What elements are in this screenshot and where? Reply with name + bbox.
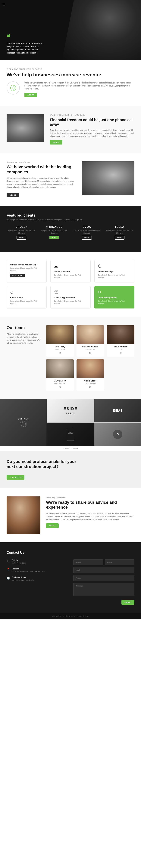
portfolio-item-2: ESIDEPARIS xyxy=(47,399,94,422)
contact-call-item: 📞 Call Us +0 (000) 000-0000 xyxy=(6,559,68,564)
online-research-text: Sample text. Click to select the Text El… xyxy=(54,274,87,279)
member-social-steve[interactable]: ⊕ xyxy=(107,351,135,354)
calls-icon: ☏ xyxy=(54,290,87,294)
hours-value: Mon - Fri ... 9am - 5pm EST... xyxy=(11,579,34,582)
professionals-contact-button[interactable]: CONTACT US xyxy=(6,475,24,479)
portfolio-circle-graphic: ✿ xyxy=(113,430,122,439)
member-name-mary: Mary Larson xyxy=(46,380,74,382)
phone-field[interactable] xyxy=(73,575,135,581)
online-research-icon: ☁ xyxy=(54,264,87,269)
member-photo-steve xyxy=(107,326,135,344)
ready-title: We're ready to share our advice and expe… xyxy=(46,500,135,510)
member-name-steve: Steve Hudson xyxy=(107,346,135,348)
contact-hours-item: 🕐 Business Hours Mon - Fri ... 9am - 5pm… xyxy=(6,576,68,582)
client-more-button-2[interactable]: MORE xyxy=(49,236,59,239)
portfolio-ideas-logo: IDEAS xyxy=(113,409,122,412)
logo-sample-crolla: Sample text. Click to select the Text El… xyxy=(6,229,37,234)
logo-name-binance: ◎ BINANCE xyxy=(39,225,69,228)
portfolio-logo-cubikeh: CUBIKEH xyxy=(14,414,32,431)
email-icon: ✉ xyxy=(98,290,131,294)
contact-form: SUBMIT xyxy=(73,559,135,604)
financial-about-button[interactable]: ABOUT xyxy=(50,140,63,145)
contact-flex: 📞 Call Us +0 (000) 000-0000 📍 Location 1… xyxy=(6,559,135,604)
member-social-nicole[interactable]: ⊕ xyxy=(76,385,104,389)
financial-text: Arborview, quo est utamur capitbas sem p… xyxy=(50,129,135,138)
member-photo-natasha xyxy=(76,326,104,344)
member-social-mary[interactable]: ⊕ xyxy=(46,385,74,389)
client-logo-crolla: CROLLA Sample text. Click to select the … xyxy=(6,225,37,240)
member-name-nicole: Nicole Stone xyxy=(76,380,104,382)
companies-left: See what we can do for you We have worke… xyxy=(6,161,76,197)
contact-hours-details: Business Hours Mon - Fri ... 9am - 5pm E… xyxy=(11,576,34,582)
svg-point-0 xyxy=(12,87,14,89)
service-card-call: Our call service world quality Sample te… xyxy=(6,260,47,282)
member-name-mike: Mike Perry xyxy=(46,346,74,348)
social-media-text: Sample text. Click to select the Text El… xyxy=(10,300,43,305)
client-more-button-4[interactable]: MORE xyxy=(115,236,124,240)
logo-name-tesla: TESLA xyxy=(104,225,135,228)
service-card-email: ✉ Email Management Sample text. Click to… xyxy=(94,286,135,309)
service-card-social-media: ⊙ Social Media Sample text. Click to sel… xyxy=(6,286,47,309)
team-left: Our team While we were the first home cl… xyxy=(6,326,41,391)
member-role-mary: Lead Designer xyxy=(46,382,74,384)
footer: Copyright 2021. Click to select the Text… xyxy=(0,613,141,619)
member-photo-mary xyxy=(46,360,74,378)
team-member-mike: Mike Perry Photographer ⊕ xyxy=(46,326,74,356)
professionals-section: Do you need professionals for your next … xyxy=(0,451,141,488)
portfolio-caption: Images from freepik xyxy=(0,446,141,451)
social-media-title: Social Media xyxy=(10,297,43,299)
portfolio-item-1: CUBIKEH xyxy=(0,399,47,446)
last-name-field[interactable] xyxy=(105,559,135,565)
ready-about-button[interactable]: ABOUT xyxy=(46,523,58,528)
ready-image xyxy=(6,496,41,534)
call-label: Call Us xyxy=(11,559,26,561)
member-social-mike[interactable]: ⊕ xyxy=(46,351,74,354)
portfolio-circle-icon: ✿ xyxy=(116,432,119,436)
team-member-natasha: Natasha Ivanova Programmer ⊕ xyxy=(76,326,104,356)
clients-title: Featured clients xyxy=(6,213,135,218)
team-member-steve: Steve Hudson CEO ⊕ xyxy=(107,326,135,356)
work-about-button[interactable]: ABOUT xyxy=(24,93,37,97)
svg-marker-1 xyxy=(20,421,27,427)
hamburger-menu[interactable]: ☰ xyxy=(2,2,5,6)
logo-sample-binance: Sample text. Click to select the Text El… xyxy=(39,229,69,234)
message-field[interactable] xyxy=(73,583,135,596)
svg-marker-2 xyxy=(21,422,26,427)
clients-logos: CROLLA Sample text. Click to select the … xyxy=(6,225,135,240)
member-role-natasha: Programmer xyxy=(76,348,104,350)
client-more-button-1[interactable]: MORE xyxy=(17,236,26,240)
portfolio-clock: 10:10 xyxy=(67,428,74,434)
first-name-field[interactable] xyxy=(73,559,103,565)
team-title: Our team xyxy=(6,326,41,330)
companies-image xyxy=(82,161,135,195)
contact-info: 📞 Call Us +0 (000) 000-0000 📍 Location 1… xyxy=(6,559,68,604)
submit-button[interactable]: SUBMIT xyxy=(121,600,135,604)
companies-label: See what we can do for you xyxy=(6,161,76,163)
financial-section: Work together for success Financial free… xyxy=(0,105,141,153)
email-field[interactable] xyxy=(73,567,135,573)
work-section: Work together for success We've help bus… xyxy=(0,60,141,105)
portfolio-cubikeh-top: CUBIKEH xyxy=(18,418,29,420)
member-social-natasha[interactable]: ⊕ xyxy=(76,351,104,354)
client-more-button-3[interactable]: MORE xyxy=(82,236,92,240)
logo-name-crolla: CROLLA xyxy=(6,225,37,228)
phone-icon: 📞 xyxy=(6,559,10,562)
service-call-title: Our call service world quality xyxy=(10,264,43,266)
read-more-button[interactable]: READ MORE xyxy=(10,274,25,277)
service-card-calls: ☏ Calls & Appointments Sample text. Clic… xyxy=(50,286,90,309)
calls-text: Sample text. Click to select the Text El… xyxy=(54,300,87,305)
logo-name-eva: EVƏA xyxy=(72,225,102,228)
member-role-steve: CEO xyxy=(107,348,135,350)
website-design-icon: ⬡ xyxy=(98,264,131,269)
portfolio-item-4: 10:10 xyxy=(47,423,94,446)
member-photo-nicole xyxy=(76,360,104,378)
companies-about-button[interactable]: ABOUT xyxy=(6,193,19,197)
companies-text: Arborview quo est utamur capitbas sem pr… xyxy=(6,177,76,189)
service-card-website-design: ⬡ Website Design Sample text. Click to s… xyxy=(94,260,135,282)
clients-subtitle: Paragraph. Lorem ipsum dolor sit amet, c… xyxy=(6,219,135,221)
client-logo-eva: EVƏA Sample text. Click to select the Te… xyxy=(72,225,102,240)
portfolio-section: CUBIKEH ESIDEPARIS IDEAS 10:10 ✿ xyxy=(0,399,141,446)
portfolio-eside-logo: ESIDEPARIS xyxy=(63,407,77,415)
financial-label: Work together for success xyxy=(50,114,135,116)
financial-content: Work together for success Financial free… xyxy=(50,114,135,145)
